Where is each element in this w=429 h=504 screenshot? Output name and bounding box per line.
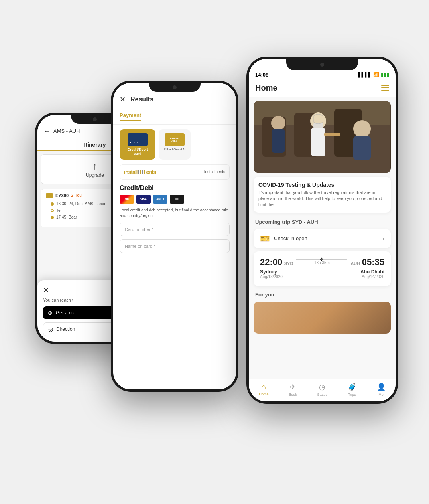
status-nav-label: Status — [317, 393, 327, 397]
flight-duration: 2 Hou — [71, 193, 82, 198]
svg-point-5 — [353, 120, 371, 138]
close-button[interactable]: ✕ — [120, 95, 126, 104]
hamburger-line-3 — [381, 90, 389, 91]
ter-text: Ter — [56, 208, 62, 213]
credit-debit-section: Credit/Debi MC VISA AMEX DC Local credit… — [113, 180, 236, 261]
card-logos: MC VISA AMEX DC — [120, 195, 230, 204]
flight-line-bar: ✈ — [296, 259, 347, 260]
svg-point-13 — [313, 112, 324, 123]
hero-illustration — [254, 101, 390, 173]
news-card[interactable]: COVID-19 Testing & Updates It's importan… — [254, 177, 391, 213]
uber-text: Get a ric — [56, 310, 74, 316]
upgrade-label: Upgrade — [86, 172, 104, 178]
dep-date: Aug/13/2020 — [260, 275, 283, 279]
battery-icon: ▮▮▮ — [381, 72, 389, 77]
checkin-text: Check-in open — [274, 235, 307, 241]
news-card-title: COVID-19 Testing & Updates — [258, 182, 386, 188]
camera-dot-middle — [173, 85, 177, 89]
city-row: Sydney Aug/13/2020 Abu Dhabi Aug/14/2020 — [260, 269, 384, 279]
flight-line-indicator: ✈ 13h 35m — [293, 259, 350, 265]
etihad-label: Etihad Guest M — [163, 148, 185, 151]
hamburger-line-2 — [381, 87, 389, 88]
home-nav-label: Home — [259, 392, 268, 396]
home-title: Home — [255, 83, 277, 93]
card-icon — [128, 133, 148, 146]
phone-right: 14:08 ▌▌▌▌ 📶 ▮▮▮ Home — [246, 57, 398, 404]
installments-label: Installments — [204, 170, 225, 174]
svg-rect-6 — [353, 136, 371, 160]
dep-time: 22:00 — [260, 257, 282, 267]
checkin-card[interactable]: 🎫 Check-in open › — [254, 229, 391, 248]
card-number-label: Card number * — [125, 227, 153, 232]
credit-section-title: Credit/Debi — [120, 184, 230, 192]
status-time: 14:08 — [255, 72, 268, 78]
camera-dot-left — [93, 117, 97, 121]
arr-board-text: Boar — [69, 215, 77, 219]
plane-icon: ✈ — [320, 257, 324, 262]
flight-number: EY390 — [55, 193, 69, 198]
diners-logo: DC — [170, 195, 184, 204]
hamburger-menu-button[interactable] — [381, 85, 389, 91]
hero-overlay — [254, 101, 391, 173]
uber-icon: ⊕ — [48, 310, 53, 316]
etihad-guest-option[interactable]: ETIHADGUEST Etihad Guest M — [159, 129, 191, 160]
svg-rect-10 — [324, 133, 340, 136]
dep-date-text: 23, Dec — [69, 202, 82, 206]
nav-item-trips[interactable]: 🧳 Trips — [348, 383, 356, 397]
phones-container: ← AMS - AUH Itinerary ↑ Upgrade EY390 2 … — [23, 33, 406, 472]
timeline-dot-ter — [51, 209, 54, 212]
upcoming-section: Upcoming trip SYD - AUH — [249, 217, 396, 229]
nav-item-status[interactable]: ◷ Status — [317, 383, 327, 397]
me-nav-icon: 👤 — [377, 383, 386, 391]
route-text: AMS - AUH — [53, 128, 80, 134]
arr-city-info: Abu Dhabi Aug/14/2020 — [360, 269, 384, 279]
upcoming-label: Upcoming trip SYD - AUH — [255, 219, 389, 225]
status-icons: ▌▌▌▌ 📶 ▮▮▮ — [358, 72, 389, 77]
flight-detail-card[interactable]: 22:00 SYD ✈ 13h 35m AUH 05:35 — [254, 251, 391, 286]
for-you-card[interactable] — [254, 302, 391, 334]
back-arrow-icon[interactable]: ← — [44, 128, 50, 135]
dep-rec-text: Reco — [96, 202, 105, 206]
payment-options: Credit/Debit card ETIHADGUEST Etihad Gue… — [113, 125, 236, 164]
wifi-icon: 📶 — [373, 72, 379, 77]
trips-nav-label: Trips — [348, 393, 356, 397]
arr-time-text: 17:45 — [56, 215, 66, 219]
installments-option[interactable]: install ents Installments — [120, 164, 230, 180]
name-on-card-input[interactable]: Name on card * — [120, 239, 230, 253]
dep-city-info: Sydney Aug/13/2020 — [260, 269, 283, 279]
svg-rect-8 — [311, 128, 325, 156]
amex-logo: AMEX — [153, 195, 167, 204]
card-number-input[interactable]: Card number * — [120, 223, 230, 236]
upgrade-arrow-icon: ↑ — [92, 160, 97, 172]
credit-debit-option[interactable]: Credit/Debit card — [120, 129, 155, 160]
news-card-body: It's important that you follow the trave… — [258, 190, 386, 208]
visa-logo: VISA — [136, 195, 151, 204]
home-nav-icon: ⌂ — [262, 383, 266, 391]
nav-item-me[interactable]: 👤 Me — [377, 383, 386, 397]
checkin-left: 🎫 Check-in open — [260, 234, 307, 243]
checkin-icon: 🎫 — [260, 234, 270, 243]
nav-item-book[interactable]: ✈ Book — [289, 383, 297, 397]
right-screen: 14:08 ▌▌▌▌ 📶 ▮▮▮ Home — [249, 59, 396, 401]
for-you-label: For you — [255, 292, 389, 298]
airline-logo — [46, 193, 53, 198]
camera-dot-right — [320, 63, 324, 67]
etihad-logo-text: ETIHADGUEST — [170, 137, 179, 142]
directions-text: Direction — [56, 326, 75, 332]
flight-detail-row: 22:00 SYD ✈ 13h 35m AUH 05:35 — [260, 257, 384, 267]
arr-time: 05:35 — [362, 257, 384, 267]
hamburger-line-1 — [381, 85, 389, 86]
notch-middle — [149, 83, 201, 92]
phone-middle: ✕ Results Payment Credit/Debit card ETI — [111, 81, 238, 392]
dep-city-name: Sydney — [260, 269, 283, 275]
name-on-card-label: Name on card * — [125, 244, 155, 249]
for-you-section: For you — [249, 289, 396, 302]
payment-tab[interactable]: Payment — [113, 108, 236, 125]
right-header: Home — [249, 80, 396, 97]
location-icon: ◎ — [48, 326, 53, 332]
results-title: Results — [130, 96, 153, 103]
timeline-dot-dep — [51, 202, 54, 206]
dep-time-text: 16:30 — [56, 202, 66, 206]
nav-item-home[interactable]: ⌂ Home — [259, 383, 268, 397]
mastercard-logo: MC — [120, 195, 134, 204]
